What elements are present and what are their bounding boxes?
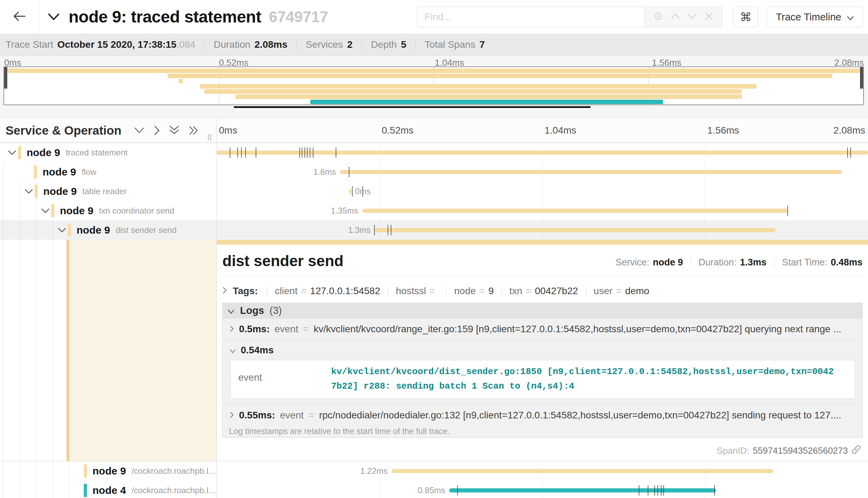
timeline-header: Service & Operation 0ms 0.52ms 1.04ms 1.… <box>0 118 868 143</box>
span-id-row: SpanID: 5597415943526560273 <box>717 445 861 457</box>
span-bar[interactable] <box>449 488 716 492</box>
span-row-dist-sender-send[interactable]: node 9 dist sender send 1.3ms <box>0 220 868 240</box>
timeline-tick-1: 0.52ms <box>382 125 414 136</box>
chevron-down-icon[interactable] <box>24 189 33 194</box>
span-row-roachpb-node4[interactable]: node 4 /cockroach.roachpb.I... 0.85ms <box>0 481 868 498</box>
service-operation-header: Service & Operation <box>0 118 216 143</box>
minimap-scroll-indicator[interactable] <box>234 106 591 108</box>
log-field-value: kv/kvclient/kvcoord/dist_sender.go:1850 … <box>331 364 839 393</box>
span-id-label: SpanID: <box>717 445 749 456</box>
tag-item: txn=00427b22 <box>502 286 586 297</box>
log-entry-toggle[interactable]: 0.54ms <box>230 345 274 356</box>
span-bar[interactable] <box>349 189 351 193</box>
span-service: node 9 <box>43 166 76 178</box>
chevron-down-icon[interactable] <box>57 227 67 233</box>
collapse-one-icon[interactable] <box>133 126 145 134</box>
trace-timeline-page: node 9: traced statement 6749717 ⌘ Trace… <box>0 0 868 498</box>
page-title: node 9: traced statement <box>69 7 261 26</box>
log-timestamp: 0.54ms <box>241 345 274 356</box>
depth-value: 5 <box>401 39 406 50</box>
span-row-txn-coordinator-send[interactable]: node 9 txn coordinator send 1.35ms <box>0 201 868 220</box>
span-bar[interactable] <box>375 228 776 232</box>
span-detail-top-strip <box>217 240 868 245</box>
service-operation-title: Service & Operation <box>6 124 122 137</box>
tags-label: Tags: <box>233 286 258 297</box>
minimap-span-bar <box>200 84 756 89</box>
minimap-right-scrub-handle[interactable] <box>860 67 863 89</box>
command-icon: ⌘ <box>740 10 752 24</box>
span-service: node 9 <box>43 185 77 197</box>
trace-view-dropdown[interactable]: Trace Timeline <box>767 7 863 27</box>
trace-title-group: node 9: traced statement 6749717 <box>48 0 328 34</box>
span-service: node 9 <box>77 224 110 236</box>
column-resizer-handle[interactable] <box>208 134 211 141</box>
total-spans-label: Total Spans <box>425 39 475 50</box>
find-next-icon[interactable] <box>687 13 698 21</box>
match-target-icon[interactable] <box>653 11 663 23</box>
span-color-bar <box>18 146 21 159</box>
span-bar[interactable] <box>362 209 788 213</box>
trace-collapse-chevron-icon[interactable] <box>48 13 60 21</box>
expand-one-icon[interactable] <box>153 125 161 136</box>
span-bar[interactable] <box>216 151 868 155</box>
log-entry-row[interactable]: 0.5ms: event = kv/kvclient/kvcoord/range… <box>223 318 862 340</box>
duration-value: 1.3ms <box>740 257 767 268</box>
find-input[interactable] <box>417 7 644 27</box>
trace-start-ms: .084 <box>176 39 195 50</box>
logs-toggle-header[interactable]: Logs (3) <box>223 303 862 318</box>
log-value: kv/kvclient/kvcoord/range_iter.go:159 [n… <box>314 324 841 335</box>
span-bar[interactable] <box>340 170 842 174</box>
chevron-down-icon[interactable] <box>8 150 17 155</box>
minimap-span-bar <box>204 89 742 94</box>
tag-item: client=127.0.0.1:54582 <box>267 286 388 297</box>
tag-item: node=9 <box>446 286 501 297</box>
service-label: Service: <box>615 257 649 268</box>
chevron-down-icon <box>230 345 236 356</box>
logs-section: Logs (3) 0.5ms: event = kv/kvclient/kvco… <box>222 303 862 438</box>
timeline-tick-3: 1.56ms <box>707 125 739 136</box>
minimap-span-bar <box>310 100 663 104</box>
minimap-left-scrub-handle[interactable] <box>4 67 7 89</box>
logs-label: Logs <box>240 305 264 316</box>
find-clear-icon[interactable] <box>705 12 714 22</box>
expand-all-icon[interactable] <box>188 125 200 136</box>
trace-start-label: Trace Start <box>6 39 53 50</box>
span-operation: /cockroach.roachpb.I... <box>132 466 216 476</box>
span-row-roachpb-node9[interactable]: node 9 /cockroach.roachpb.I... 1.22ms <box>0 461 868 481</box>
span-row-flow[interactable]: node 9 flow 1.6ms <box>0 162 868 182</box>
span-service: node 4 <box>92 485 126 496</box>
span-detail-accent-bar <box>67 240 69 461</box>
span-rows: node 9 traced statement node 9 flow 1.6m… <box>0 143 868 498</box>
separator <box>204 39 205 50</box>
span-row-traced-statement[interactable]: node 9 traced statement <box>0 143 868 162</box>
minimap-span-bar <box>4 69 863 73</box>
collapse-all-icon[interactable] <box>168 125 180 136</box>
log-key: event <box>275 324 299 335</box>
log-entry-row[interactable]: 0.55ms: event = rpc/nodedialer/nodediale… <box>223 404 862 426</box>
tags-toggle-row[interactable]: Tags: client=127.0.0.1:54582 hostssl= no… <box>222 282 657 300</box>
trace-start-value: October 15 2020, 17:38:15 <box>57 39 176 50</box>
name-column-divider <box>216 143 217 498</box>
start-time-value: 0.48ms <box>831 257 862 268</box>
span-row-table-reader[interactable]: node 9 table reader 0ms <box>0 182 868 201</box>
span-detail-row: dist sender send Service: node 9 Duratio… <box>0 240 868 461</box>
trace-minimap-canvas[interactable] <box>3 66 864 105</box>
timeline-tick-2: 1.04ms <box>544 125 576 136</box>
depth-label: Depth <box>371 39 397 50</box>
back-button[interactable] <box>0 0 39 34</box>
chevron-down-icon[interactable] <box>41 208 50 214</box>
keyboard-shortcuts-button[interactable]: ⌘ <box>733 7 758 27</box>
minimap-span-bar <box>236 94 742 99</box>
link-icon[interactable] <box>851 445 861 457</box>
span-color-bar <box>35 185 38 198</box>
log-value: rpc/nodedialer/nodedialer.go:132 [n9,cli… <box>319 410 841 421</box>
span-bar[interactable] <box>392 469 773 473</box>
chevron-down-icon <box>847 11 854 23</box>
find-prev-icon[interactable] <box>670 13 681 21</box>
service-value: node 9 <box>653 257 683 268</box>
services-value: 2 <box>347 39 353 50</box>
span-operation: dist sender send <box>116 225 177 235</box>
chevron-down-icon <box>228 305 234 316</box>
minimap-span-bar <box>168 74 832 78</box>
separator <box>362 39 362 50</box>
